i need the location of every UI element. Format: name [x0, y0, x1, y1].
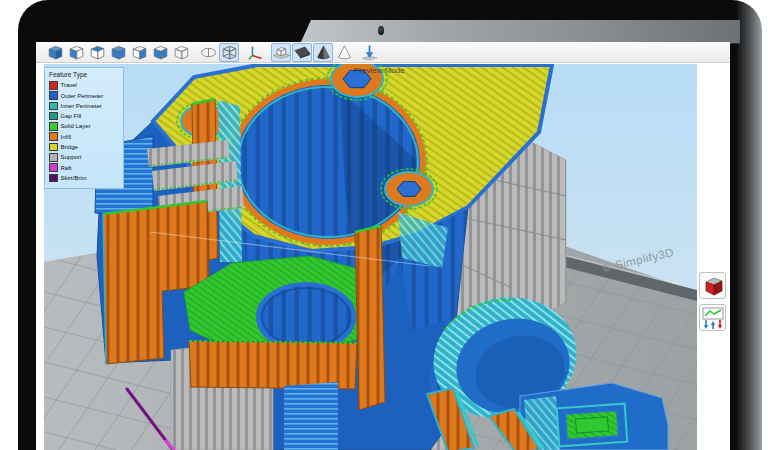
solid-shading-cone-button[interactable]: [313, 43, 333, 62]
bezel-glare: [300, 20, 740, 44]
wireframe-mode-button[interactable]: [219, 43, 239, 62]
legend-item: Bridge: [49, 143, 119, 152]
view-right-face-cube-button[interactable]: [129, 43, 149, 62]
coordinate-axes-button[interactable]: [246, 43, 266, 62]
swatch-travel: [49, 81, 58, 90]
legend-item: Outer Perimeter: [49, 91, 119, 100]
legend-item: Inner Perimeter: [49, 102, 119, 111]
view-iso-cube-button[interactable]: [108, 43, 128, 62]
swatch-inner-perimeter: [49, 102, 58, 111]
lower-chamber-wall: [284, 382, 338, 450]
webcam-dot: [378, 26, 384, 35]
view-top-face-cube-button[interactable]: [87, 43, 107, 62]
cross-section-tool-button[interactable]: [699, 272, 726, 299]
bottom-right-block: [520, 383, 668, 450]
swatch-infill: [49, 132, 58, 141]
legend-item: Raft: [49, 163, 119, 172]
cut-wall-right-column: [355, 226, 385, 410]
toolbar: [36, 42, 730, 63]
show-platform-button[interactable]: [292, 43, 312, 62]
screen: Feature Type Travel Outer Perimeter Inne…: [36, 42, 730, 450]
legend-item: Travel: [49, 81, 119, 90]
legend-item: Gap Fill: [49, 112, 119, 121]
workspace: Feature Type Travel Outer Perimeter Inne…: [36, 64, 730, 450]
swatch-support: [49, 153, 58, 162]
view-default-cube-button[interactable]: [45, 43, 65, 62]
feature-type-panel: Feature Type Travel Outer Perimeter Inne…: [44, 67, 124, 189]
swatch-bridge: [49, 143, 58, 152]
view-left-face-cube-button[interactable]: [66, 43, 86, 62]
viewport-3d[interactable]: [44, 64, 697, 450]
view-front-face-cube-button[interactable]: [150, 43, 170, 62]
perspective-lens-button[interactable]: [198, 43, 218, 62]
swatch-raft: [49, 163, 58, 172]
page-background: Feature Type Travel Outer Perimeter Inne…: [0, 0, 768, 450]
toolpath-preview-tool-button[interactable]: [699, 304, 726, 331]
monitor-frame: Feature Type Travel Outer Perimeter Inne…: [18, 0, 762, 450]
feature-type-title: Feature Type: [49, 71, 119, 78]
legend-item: Infill: [49, 132, 119, 141]
swatch-gap-fill: [49, 112, 58, 121]
legend-item: Support: [49, 153, 119, 162]
drop-to-platform-button[interactable]: [359, 43, 379, 62]
show-build-volume-button[interactable]: [271, 43, 291, 62]
cut-band-front: [189, 341, 357, 389]
swatch-solid-layer: [49, 122, 58, 131]
swatch-skirt-brim: [49, 174, 58, 183]
legend-item: Solid Layer: [49, 122, 119, 131]
legend-item: Skirt/Brim: [49, 174, 119, 183]
wireframe-shading-cone-button[interactable]: [334, 43, 354, 62]
preview-mode-label: Preview Mode: [354, 66, 405, 75]
side-tool-strip: [699, 272, 727, 336]
swatch-outer-perimeter: [49, 91, 58, 100]
view-wireframe-cube-button[interactable]: [171, 43, 191, 62]
